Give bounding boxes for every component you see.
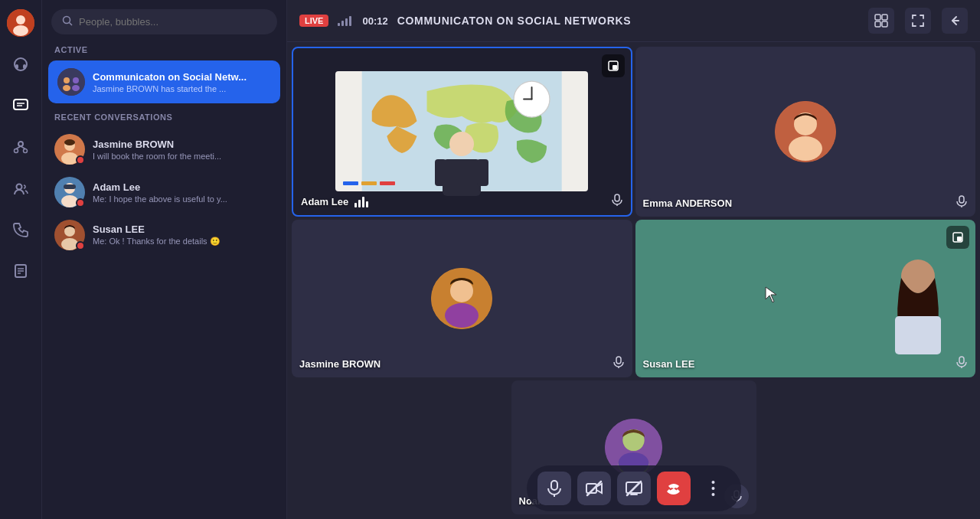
susan-preview: Me: Ok ! Thanks for the details 🙂 <box>93 237 220 246</box>
jasmine-text: Jasmine BROWN I will book the room for t… <box>93 139 221 161</box>
cursor <box>764 286 779 307</box>
nav-bar <box>0 0 42 519</box>
headset-icon[interactable] <box>7 51 34 78</box>
svg-point-65 <box>450 279 473 302</box>
call-timer: 00:12 <box>362 15 387 27</box>
svg-rect-43 <box>875 21 880 27</box>
signal-icon <box>338 15 353 26</box>
user-avatar[interactable] <box>7 9 34 37</box>
svg-rect-44 <box>882 21 887 27</box>
svg-point-21 <box>57 68 85 96</box>
active-item-avatar <box>57 68 85 96</box>
susan-status-dot <box>76 241 85 250</box>
svg-point-70 <box>904 263 932 290</box>
susan-mic-icon <box>956 356 968 371</box>
jasmine-avatar <box>54 134 85 165</box>
bottom-controls <box>527 465 741 511</box>
svg-rect-39 <box>345 18 348 26</box>
emma-anderson-cell: Emma ANDERSON <box>635 47 976 217</box>
more-options-button[interactable] <box>697 472 730 505</box>
svg-rect-42 <box>882 15 887 20</box>
susan-pip-button[interactable] <box>946 226 969 249</box>
svg-line-12 <box>16 146 21 149</box>
screen-share-button[interactable] <box>617 472 651 505</box>
search-bar[interactable] <box>51 9 277 34</box>
adam-pip-button[interactable] <box>602 54 625 77</box>
svg-rect-5 <box>23 64 26 69</box>
notes-icon[interactable] <box>7 257 34 285</box>
emma-mic-icon <box>956 195 968 211</box>
svg-rect-56 <box>612 65 617 70</box>
jasmine-name-label: Jasmine BROWN <box>299 358 381 370</box>
active-item-text: Communicaton on Social Netw... Jasmine B… <box>93 71 247 93</box>
svg-point-51 <box>449 132 474 156</box>
recent-conversations-label: RECENT CONVERSATIONS <box>42 113 286 128</box>
contacts-icon[interactable] <box>7 175 34 202</box>
svg-line-20 <box>70 23 73 26</box>
active-section-label: ACTIVE <box>42 45 286 60</box>
header-right <box>868 8 968 34</box>
adam-mic-icon <box>611 194 623 209</box>
adam-name-label: Adam Lee <box>301 196 348 207</box>
svg-point-11 <box>24 149 28 153</box>
svg-rect-67 <box>616 357 621 364</box>
svg-rect-57 <box>615 194 619 201</box>
active-item-name: Communicaton on Social Netw... <box>93 71 247 83</box>
video-off-button[interactable] <box>577 472 611 505</box>
back-button[interactable] <box>942 8 968 34</box>
svg-rect-75 <box>959 357 964 364</box>
svg-point-29 <box>64 139 75 145</box>
susan-name-label: Susan LEE <box>643 358 695 370</box>
adam-preview: Me: I hope the above is useful to y... <box>93 194 227 204</box>
search-input[interactable] <box>79 16 266 28</box>
connections-icon[interactable] <box>7 133 34 161</box>
fullscreen-button[interactable] <box>905 8 931 34</box>
active-conversation-item[interactable]: Communicaton on Social Netw... Jasmine B… <box>48 60 280 103</box>
svg-rect-41 <box>875 15 880 20</box>
svg-rect-74 <box>957 237 962 241</box>
svg-point-61 <box>789 136 822 161</box>
svg-point-24 <box>63 85 70 91</box>
svg-point-2 <box>13 25 28 36</box>
svg-rect-40 <box>349 16 351 26</box>
svg-point-66 <box>445 303 479 328</box>
svg-point-10 <box>15 149 18 153</box>
svg-rect-72 <box>895 316 941 354</box>
recent-section: RECENT CONVERSATIONS Jasmine BROWN I wil… <box>42 113 286 256</box>
end-call-button[interactable] <box>657 472 691 505</box>
svg-line-13 <box>21 146 25 149</box>
svg-point-19 <box>64 17 70 24</box>
jasmine-preview: I will book the room for the meeti... <box>93 152 221 161</box>
grid-view-button[interactable] <box>868 8 894 34</box>
svg-point-14 <box>17 184 22 190</box>
main-area: LIVE 00:12 COMMUNICATON ON SOCIAL NETWOR… <box>287 0 980 519</box>
conversation-item-susan[interactable]: Susan LEE Me: Ok ! Thanks for the detail… <box>42 214 286 256</box>
svg-point-93 <box>712 487 715 490</box>
svg-rect-53 <box>435 159 446 186</box>
svg-rect-62 <box>959 196 964 203</box>
svg-point-22 <box>64 77 70 83</box>
svg-rect-37 <box>338 23 340 26</box>
svg-rect-84 <box>551 481 557 490</box>
susan-lee-cell: Susan LEE <box>635 220 976 378</box>
svg-rect-6 <box>14 100 28 109</box>
svg-point-25 <box>72 85 80 91</box>
active-item-sub: Jasmine BROWN has started the ... <box>93 84 247 93</box>
conversation-item-adam[interactable]: Adam Lee Me: I hope the above is useful … <box>42 171 286 214</box>
conversation-item-jasmine[interactable]: Jasmine BROWN I will book the room for t… <box>42 128 286 171</box>
adam-lee-cell: Adam Lee <box>292 47 632 217</box>
jasmine-brown-cell: Jasmine BROWN <box>292 220 632 378</box>
susan-avatar-sidebar <box>54 220 85 250</box>
adam-name: Adam Lee <box>93 181 227 193</box>
chat-icon[interactable] <box>7 92 34 119</box>
svg-rect-33 <box>64 184 76 189</box>
svg-point-1 <box>16 15 25 24</box>
adam-status-dot <box>76 198 85 207</box>
phone-icon[interactable] <box>7 216 34 243</box>
jasmine-mic-icon <box>612 356 625 371</box>
search-icon <box>62 15 73 28</box>
susan-name: Susan LEE <box>93 224 220 235</box>
svg-point-9 <box>18 142 23 146</box>
mic-button[interactable] <box>537 472 571 505</box>
svg-rect-52 <box>443 159 481 196</box>
